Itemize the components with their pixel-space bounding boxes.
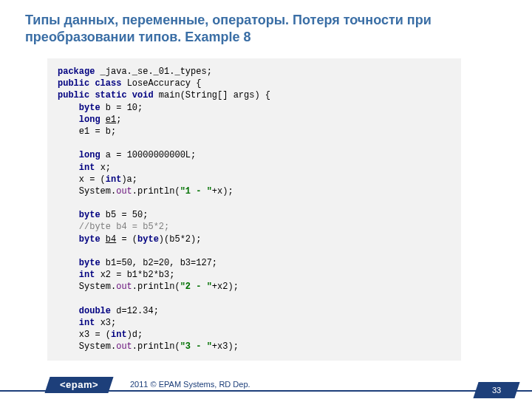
- logo-text: <epam>: [47, 377, 111, 393]
- page-number: 33: [476, 382, 517, 398]
- slide-title: Типы данных, переменные, операторы. Поте…: [0, 0, 532, 52]
- footer: <epam> 2011 © EPAM Systems, RD Dep. 33: [0, 377, 532, 399]
- copyright-text: 2011 © EPAM Systems, RD Dep.: [130, 380, 250, 389]
- code-block: package _java._se._01._types; public cla…: [47, 58, 461, 361]
- logo: <epam>: [47, 377, 111, 399]
- page-number-badge: 33: [476, 380, 517, 399]
